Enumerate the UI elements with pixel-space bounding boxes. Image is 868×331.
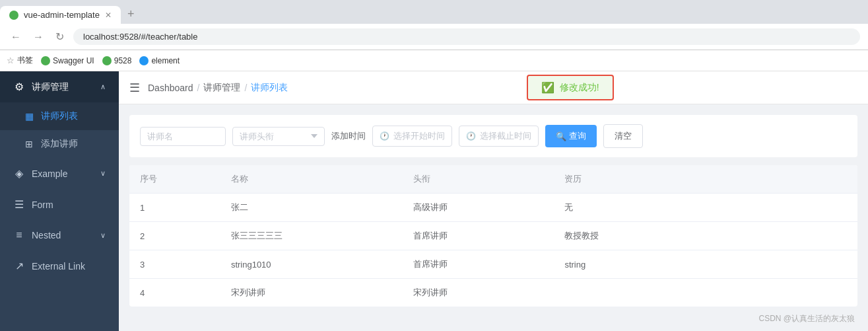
breadcrumb: Dashboard / 讲师管理 / 讲师列表 (148, 82, 288, 94)
sidebar-item-add-teacher[interactable]: ⊞ 添加讲师 (0, 130, 119, 158)
cell-title: 首席讲师 (403, 250, 554, 279)
add-teacher-icon: ⊞ (24, 139, 34, 149)
end-time-picker[interactable]: 🕐 选择截止时间 (459, 126, 539, 147)
bookmark-label-element: element (151, 56, 180, 65)
teacher-list-icon: ▦ (24, 111, 34, 122)
search-icon: 🔍 (556, 131, 566, 141)
clear-button[interactable]: 清空 (603, 124, 643, 148)
element-icon (139, 56, 149, 65)
bookmark-label-star: 书签 (17, 55, 33, 66)
tab-close-btn[interactable]: ✕ (105, 11, 112, 20)
back-btn[interactable]: ← (8, 30, 24, 44)
table-row: 4 宋列讲师 宋列讲师 (129, 279, 857, 307)
sidebar-label-add-teacher: 添加讲师 (41, 138, 78, 150)
sidebar-item-teacher-list[interactable]: ▦ 讲师列表 (0, 102, 119, 130)
bookmark-star[interactable]: ☆ 书签 (7, 55, 33, 66)
bookmark-label-9528: 9528 (114, 56, 132, 65)
table-row: 1 张二 高级讲师 无 (129, 194, 857, 222)
notification-area: ✅ 修改成功! (296, 75, 857, 100)
breadcrumb-sep-1: / (197, 83, 200, 93)
star-icon: ☆ (7, 55, 15, 65)
cell-no: 4 (129, 279, 220, 307)
sidebar-item-nested[interactable]: ≡ Nested ∨ (0, 220, 119, 250)
check-circle-icon: ✅ (541, 81, 554, 94)
start-time-picker[interactable]: 🕐 选择开始时间 (372, 126, 452, 147)
sidebar-label-teacher-list: 讲师列表 (41, 110, 78, 122)
cell-title: 首席讲师 (403, 222, 554, 250)
table-container: 序号 名称 头衔 资历 1 张二 高级讲师 无 2 张三三三三三 首席讲师 教授… (129, 165, 857, 307)
form-icon: ☰ (13, 198, 25, 211)
sidebar-item-example[interactable]: ◈ Example ∨ (0, 158, 119, 189)
address-bar: ← → ↻ (0, 24, 868, 50)
cell-no: 3 (129, 250, 220, 279)
cell-exp: string (554, 250, 857, 279)
start-time-placeholder: 选择开始时间 (393, 130, 445, 142)
filter-row: 讲师头衔 高级讲师 首席讲师 添加时间 🕐 选择开始时间 🕐 选择截止时间 (129, 115, 857, 157)
table-row: 2 张三三三三三 首席讲师 教授教授 (129, 222, 857, 250)
address-input[interactable] (73, 28, 860, 45)
breadcrumb-sep-2: / (244, 83, 247, 93)
success-notification: ✅ 修改成功! (527, 75, 614, 100)
sidebar-label-form: Form (32, 200, 106, 210)
time-label: 添加时间 (331, 130, 366, 142)
clear-btn-label: 清空 (615, 131, 632, 141)
sidebar: ⚙ 讲师管理 ∧ ▦ 讲师列表 ⊞ 添加讲师 ◈ Example ∨ ☰ For… (0, 71, 119, 331)
cell-title: 高级讲师 (403, 194, 554, 222)
example-icon: ◈ (13, 167, 25, 180)
cell-exp: 教授教授 (554, 222, 857, 250)
chevron-down-nested-icon: ∨ (100, 231, 106, 240)
active-tab[interactable]: vue-admin-template ✕ (0, 6, 121, 24)
sidebar-label-example: Example (32, 168, 94, 179)
tab-bar: vue-admin-template ✕ + (0, 0, 868, 24)
table-header-row: 序号 名称 头衔 资历 (129, 165, 857, 194)
cell-no: 1 (129, 194, 220, 222)
teacher-table: 序号 名称 头衔 资历 1 张二 高级讲师 无 2 张三三三三三 首席讲师 教授… (129, 165, 857, 307)
hamburger-icon[interactable]: ☰ (129, 81, 140, 95)
table-row: 3 string1010 首席讲师 string (129, 250, 857, 279)
bookmarks-bar: ☆ 书签 Swagger UI 9528 element (0, 50, 868, 71)
success-message: 修改成功! (560, 82, 599, 94)
new-tab-btn[interactable]: + (121, 4, 141, 24)
bookmark-element[interactable]: element (139, 56, 180, 65)
sidebar-item-external-link[interactable]: ↗ External Link (0, 250, 119, 281)
cell-exp (554, 279, 857, 307)
app-container: ⚙ 讲师管理 ∧ ▦ 讲师列表 ⊞ 添加讲师 ◈ Example ∨ ☰ For… (0, 71, 868, 331)
bookmark-label-swagger: Swagger UI (53, 56, 94, 65)
chevron-down-example-icon: ∨ (100, 169, 106, 178)
col-header-no: 序号 (129, 165, 220, 194)
cell-no: 2 (129, 222, 220, 250)
tab-favicon (9, 11, 18, 20)
forward-btn[interactable]: → (30, 30, 46, 44)
chevron-up-icon: ∧ (100, 83, 106, 91)
top-bar: ☰ Dashboard / 讲师管理 / 讲师列表 ✅ 修改成功! (119, 71, 868, 104)
sidebar-item-form[interactable]: ☰ Form (0, 189, 119, 220)
breadcrumb-dashboard[interactable]: Dashboard (148, 83, 193, 93)
teacher-title-select[interactable]: 讲师头衔 高级讲师 首席讲师 (232, 127, 325, 146)
cell-exp: 无 (554, 194, 857, 222)
clock-start-icon: 🕐 (380, 131, 389, 141)
col-header-exp: 资历 (554, 165, 857, 194)
sidebar-label-teacher-mgmt: 讲师管理 (32, 81, 94, 93)
main-content: ☰ Dashboard / 讲师管理 / 讲师列表 ✅ 修改成功! 讲师 (119, 71, 868, 331)
teacher-mgmt-icon: ⚙ (13, 81, 25, 93)
teacher-name-input[interactable] (140, 127, 226, 146)
9528-icon (102, 56, 112, 65)
cell-name: 宋列讲师 (220, 279, 403, 307)
swagger-icon (41, 56, 50, 65)
nested-icon: ≡ (13, 229, 25, 241)
query-btn-label: 查询 (569, 130, 586, 142)
bookmark-swagger[interactable]: Swagger UI (41, 56, 94, 65)
query-button[interactable]: 🔍 查询 (545, 125, 597, 147)
sidebar-item-teacher-mgmt[interactable]: ⚙ 讲师管理 ∧ (0, 71, 119, 102)
col-header-name: 名称 (220, 165, 403, 194)
cell-name: string1010 (220, 250, 403, 279)
breadcrumb-teacher-list: 讲师列表 (251, 82, 288, 94)
sidebar-label-external-link: External Link (32, 261, 106, 272)
bookmark-9528[interactable]: 9528 (102, 56, 132, 65)
col-header-title: 头衔 (403, 165, 554, 194)
sidebar-label-nested: Nested (32, 230, 94, 240)
breadcrumb-teacher-mgmt[interactable]: 讲师管理 (203, 82, 240, 94)
content-area: 讲师头衔 高级讲师 首席讲师 添加时间 🕐 选择开始时间 🕐 选择截止时间 (119, 104, 868, 331)
clock-end-icon: 🕐 (466, 131, 476, 141)
refresh-btn[interactable]: ↻ (53, 29, 67, 44)
